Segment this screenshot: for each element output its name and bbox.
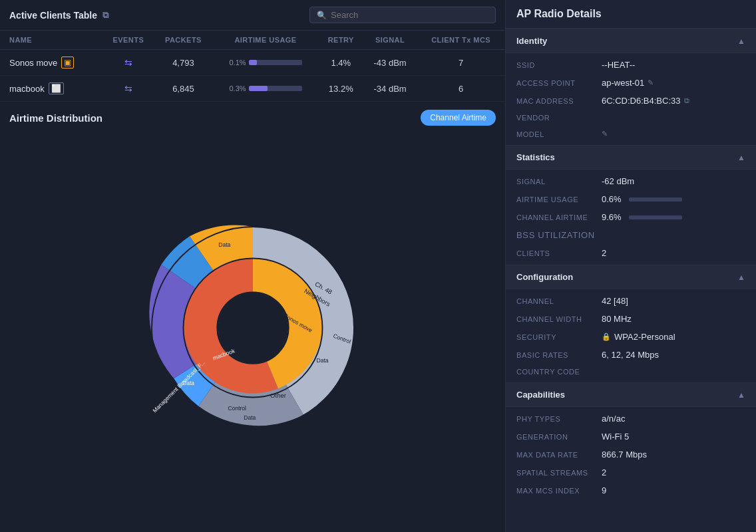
cap-mcs-value: 9 — [602, 485, 606, 495]
statistics-section-header[interactable]: Statistics ▲ — [506, 145, 756, 170]
mcs-cell: 7 — [417, 50, 505, 76]
config-width-label: CHANNEL WIDTH — [516, 315, 596, 323]
arrow-icon: ⇆ — [124, 57, 132, 68]
label-data-right: Data — [316, 357, 328, 364]
cap-streams-label: SPATIAL STREAMS — [516, 469, 596, 477]
col-signal: SIGNAL — [363, 31, 417, 50]
config-rates-row: BASIC RATES 6, 12, 24 Mbps — [506, 346, 756, 364]
ssid-label: SSID — [516, 61, 596, 69]
label-data-blue: Data — [218, 241, 230, 248]
ap-value: ap-west-01 ✎ — [602, 78, 654, 88]
col-packets: PACKETS — [154, 31, 212, 50]
statistics-body: SIGNAL -62 dBm AIRTIME USAGE 0.6% CHANNE… — [506, 170, 756, 265]
channel-bar-bg — [629, 215, 682, 219]
config-title: Configuration — [516, 272, 573, 282]
airtime-bar-fill — [249, 86, 268, 91]
identity-section-header[interactable]: Identity ▲ — [506, 29, 756, 53]
cap-rate-row: MAX DATA RATE 866.7 Mbps — [506, 446, 756, 464]
stat-channel-label: CHANNEL AIRTIME — [516, 213, 596, 221]
config-security-row: SECURITY 🔒 WPA2-Personal — [506, 328, 756, 346]
config-section-header[interactable]: Configuration ▲ — [506, 265, 756, 289]
config-rates-value: 6, 12, 24 Mbps — [602, 350, 659, 360]
model-row: MODEL ✎ — [506, 126, 756, 142]
stat-clients-label: CLIENTS — [516, 249, 596, 257]
statistics-title: Statistics — [516, 152, 555, 162]
stat-bss-label: BSS UTILIZATION — [516, 230, 596, 240]
lock-icon: 🔒 — [602, 332, 611, 341]
mcs-value: 6 — [459, 84, 463, 94]
config-channel-label: CHANNEL — [516, 297, 596, 305]
table-row[interactable]: macbook ⬜ ⇆ 6,845 0.3% 13.2% -34 dBm 6 — [0, 76, 505, 102]
airtime-bar-bg — [249, 60, 302, 65]
cap-rate-value: 866.7 Mbps — [602, 450, 647, 460]
config-width-row: CHANNEL WIDTH 80 MHz — [506, 310, 756, 328]
right-panel: AP Radio Details Identity ▲ SSID --HEAT-… — [506, 0, 756, 532]
col-airtime: AIRTIME USAGE — [212, 31, 318, 50]
label-data3: Data — [244, 414, 256, 420]
airtime-pct: 0.3% — [229, 84, 246, 92]
speaker-icon: ▣ — [61, 57, 74, 68]
events-cell: ⇆ — [102, 50, 154, 76]
cap-gen-value: Wi-Fi 5 — [602, 432, 629, 442]
vendor-label: VENDOR — [516, 114, 596, 122]
airtime-header: Airtime Distribution Channel Airtime — [9, 110, 496, 126]
arrow-icon: ⇆ — [124, 83, 132, 94]
col-mcs: CLIENT Tx MCS — [417, 31, 505, 50]
table-header: Active Clients Table ⧉ 🔍 — [0, 0, 505, 31]
model-label: MODEL — [516, 130, 596, 138]
signal-cell: -43 dBm — [363, 50, 417, 76]
copy-icon[interactable]: ⧉ — [102, 10, 108, 21]
mac-row: MAC ADDRESS 6C:CD:D6:B4:BC:33 ⧉ — [506, 92, 756, 110]
capabilities-title: Capabilities — [516, 390, 565, 400]
stat-signal-label: SIGNAL — [516, 178, 596, 186]
search-box[interactable]: 🔍 — [309, 7, 496, 23]
stat-channel-row: CHANNEL AIRTIME 9.6% — [506, 208, 756, 226]
model-edit-icon[interactable]: ✎ — [602, 130, 608, 138]
stat-signal-row: SIGNAL -62 dBm — [506, 172, 756, 190]
capabilities-section-header[interactable]: Capabilities ▲ — [506, 382, 756, 407]
ssid-value: --HEAT-- — [602, 60, 635, 70]
retry-cell: 1.4% — [319, 50, 363, 76]
table-row[interactable]: Sonos move ▣ ⇆ 4,793 0.1% 1.4% -43 dBm 7 — [0, 50, 505, 76]
search-input[interactable] — [331, 10, 488, 20]
identity-chevron: ▲ — [737, 37, 745, 46]
stat-airtime-label: AIRTIME USAGE — [516, 196, 596, 203]
packets-value: 4,793 — [172, 58, 194, 68]
search-icon: 🔍 — [317, 11, 327, 20]
airtime-cell: 0.1% — [212, 50, 318, 76]
config-country-row: COUNTRY CODE — [506, 364, 756, 380]
config-channel-value: 42 [48] — [602, 296, 628, 306]
identity-title: Identity — [516, 36, 547, 46]
packets-value: 6,845 — [172, 84, 194, 94]
stat-signal-value: -62 dBm — [602, 176, 634, 186]
col-name: NAME — [0, 31, 102, 50]
config-security-value: 🔒 WPA2-Personal — [602, 332, 675, 342]
channel-airtime-button[interactable]: Channel Airtime — [421, 110, 496, 126]
airtime-bar-bg — [249, 86, 302, 91]
ap-edit-icon[interactable]: ✎ — [648, 78, 654, 87]
mac-copy-icon[interactable]: ⧉ — [684, 96, 689, 105]
label-control2: Control — [228, 404, 246, 411]
capabilities-body: PHY TYPES a/n/ac GENERATION Wi-Fi 5 MAX … — [506, 407, 756, 502]
config-width-value: 80 MHz — [602, 314, 632, 324]
mcs-value: 7 — [459, 58, 463, 68]
col-events: EVENTS — [102, 31, 154, 50]
config-country-label: COUNTRY CODE — [516, 368, 596, 376]
retry-cell: 13.2% — [319, 76, 363, 102]
cap-phy-value: a/n/ac — [602, 414, 625, 424]
model-value: ✎ — [602, 130, 608, 138]
cap-streams-row: SPATIAL STREAMS 2 — [506, 464, 756, 481]
table-header-row: NAME EVENTS PACKETS AIRTIME USAGE RETRY … — [0, 31, 505, 50]
ap-label: ACCESS POINT — [516, 79, 596, 87]
label-other: Other — [270, 391, 286, 398]
signal-value: -43 dBm — [374, 58, 407, 68]
cap-phy-row: PHY TYPES a/n/ac — [506, 410, 756, 428]
cap-gen-row: GENERATION Wi-Fi 5 — [506, 428, 756, 446]
laptop-icon: ⬜ — [49, 82, 64, 94]
vendor-row: VENDOR — [506, 110, 756, 126]
signal-cell: -34 dBm — [363, 76, 417, 102]
stat-clients-value: 2 — [602, 248, 606, 258]
client-name-text: Sonos move — [9, 58, 57, 68]
airtime-title: Airtime Distribution — [9, 112, 102, 124]
cap-mcs-row: MAX MCS INDEX 9 — [506, 481, 756, 499]
